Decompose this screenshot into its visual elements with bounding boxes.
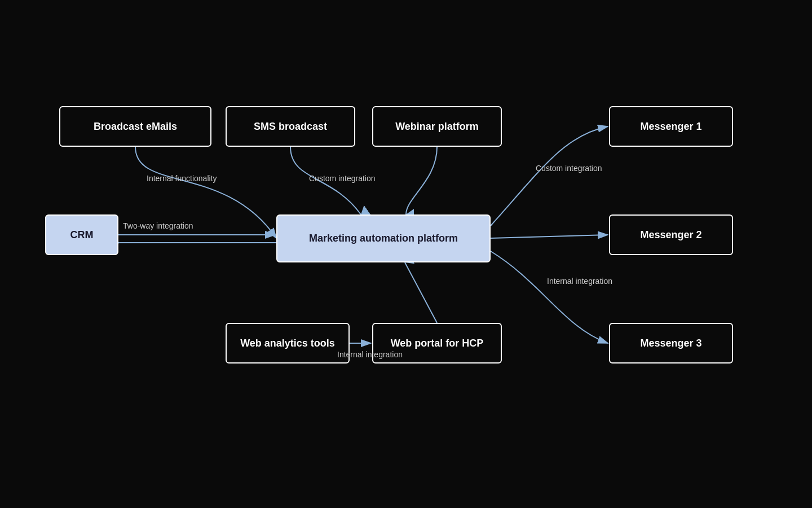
label-internal-integration-bottom: Internal integration (547, 277, 612, 286)
sms-broadcast-node: SMS broadcast (226, 106, 355, 147)
broadcast-emails-node: Broadcast eMails (59, 106, 211, 147)
map-center-node: Marketing automation platform (276, 214, 491, 262)
label-custom-integration-right: Custom integration (536, 164, 602, 173)
messenger3-label: Messenger 3 (640, 338, 701, 349)
label-two-way-integration: Two-way integration (123, 221, 193, 230)
crm-node: CRM (45, 214, 118, 255)
crm-label: CRM (70, 229, 94, 241)
svg-line-10 (405, 262, 437, 323)
diagram-container: Broadcast eMails SMS broadcast Webinar p… (0, 0, 812, 508)
messenger2-label: Messenger 2 (640, 229, 701, 241)
webinar-platform-node: Webinar platform (372, 106, 502, 147)
label-internal-integration-web: Internal integration (337, 350, 403, 359)
web-analytics-node: Web analytics tools (226, 323, 350, 364)
messenger1-node: Messenger 1 (609, 106, 733, 147)
label-internal-functionality: Internal functionality (147, 174, 217, 183)
web-portal-label: Web portal for HCP (391, 338, 484, 349)
map-center-label: Marketing automation platform (309, 233, 458, 244)
sms-broadcast-label: SMS broadcast (254, 121, 327, 133)
messenger3-node: Messenger 3 (609, 323, 733, 364)
messenger2-node: Messenger 2 (609, 214, 733, 255)
svg-line-8 (491, 235, 608, 238)
webinar-platform-label: Webinar platform (395, 121, 479, 133)
web-analytics-label: Web analytics tools (240, 338, 335, 349)
broadcast-emails-label: Broadcast eMails (94, 121, 177, 133)
label-custom-integration-sms: Custom integration (309, 174, 376, 183)
messenger1-label: Messenger 1 (640, 121, 701, 133)
